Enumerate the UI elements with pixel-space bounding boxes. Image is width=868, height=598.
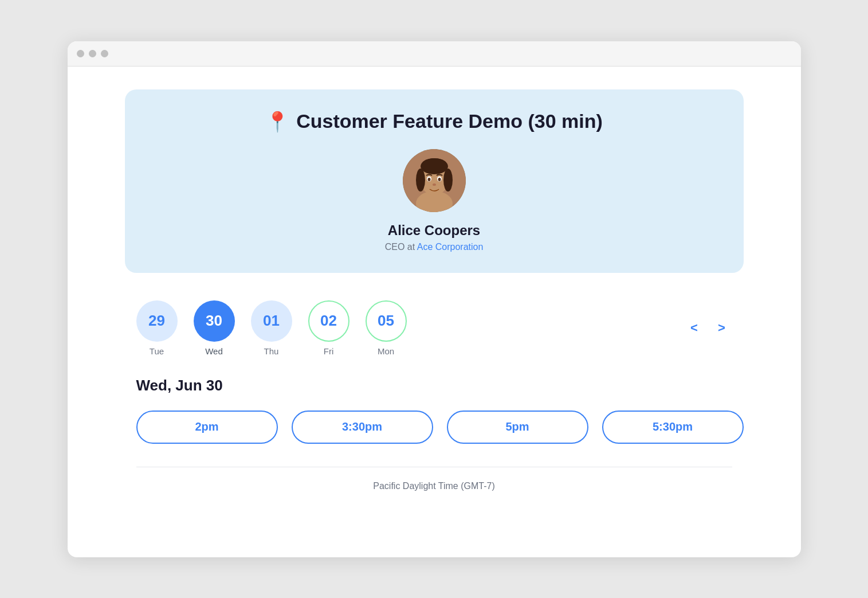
svg-point-11 (438, 178, 441, 181)
day-29-tue[interactable]: 29 Tue (136, 300, 178, 356)
time-slots-container: 2pm 3:30pm 5pm 5:30pm (125, 411, 744, 444)
svg-point-6 (443, 169, 453, 191)
day-01-thu[interactable]: 01 Thu (251, 300, 292, 356)
day-30-wed[interactable]: 30 Wed (194, 300, 235, 356)
header-card: 📍 Customer Feature Demo (30 min) (125, 89, 744, 273)
day-label-30: Wed (205, 346, 223, 356)
event-title-text: Customer Feature Demo (30 min) (296, 110, 603, 132)
day-label-02: Fri (324, 346, 334, 356)
main-content: 📍 Customer Feature Demo (30 min) (68, 67, 801, 526)
avatar-image (403, 149, 466, 212)
time-slot-530pm[interactable]: 5:30pm (602, 411, 744, 444)
event-title: 📍 Customer Feature Demo (30 min) (148, 110, 721, 133)
prev-button[interactable]: < (684, 318, 705, 338)
time-slot-5pm[interactable]: 5pm (447, 411, 588, 444)
nav-arrows: < > (684, 318, 732, 338)
calendar-nav: 29 Tue 30 Wed 01 Thu 02 Fri (125, 300, 744, 356)
pin-icon: 📍 (265, 110, 289, 133)
day-05-mon[interactable]: 05 Mon (366, 300, 407, 356)
day-label-29: Tue (150, 346, 164, 356)
divider (136, 467, 732, 467)
time-slot-330pm[interactable]: 3:30pm (292, 411, 433, 444)
day-circle-30[interactable]: 30 (194, 300, 235, 342)
avatar (403, 149, 466, 212)
next-button[interactable]: > (712, 318, 732, 338)
person-name: Alice Coopers (148, 222, 721, 239)
svg-point-12 (433, 183, 436, 186)
titlebar (68, 41, 801, 67)
traffic-light-minimize[interactable] (89, 50, 96, 57)
app-window: 📍 Customer Feature Demo (30 min) (68, 41, 801, 557)
company-link[interactable]: Ace Corporation (417, 242, 484, 252)
svg-point-10 (427, 178, 430, 181)
time-slot-2pm[interactable]: 2pm (136, 411, 278, 444)
traffic-light-maximize[interactable] (101, 50, 108, 57)
traffic-light-close[interactable] (77, 50, 84, 57)
svg-point-5 (416, 169, 425, 191)
day-label-05: Mon (378, 346, 394, 356)
timezone-label: Pacific Daylight Time (GMT-7) (125, 481, 744, 503)
day-circle-01[interactable]: 01 (251, 300, 292, 342)
day-label-01: Thu (264, 346, 279, 356)
svg-point-7 (422, 158, 447, 172)
day-02-fri[interactable]: 02 Fri (308, 300, 349, 356)
day-circle-29[interactable]: 29 (136, 300, 178, 342)
selected-date-heading: Wed, Jun 30 (125, 377, 744, 394)
day-circle-02[interactable]: 02 (308, 300, 349, 342)
person-title: CEO at Ace Corporation (148, 242, 721, 252)
day-circle-05[interactable]: 05 (366, 300, 407, 342)
